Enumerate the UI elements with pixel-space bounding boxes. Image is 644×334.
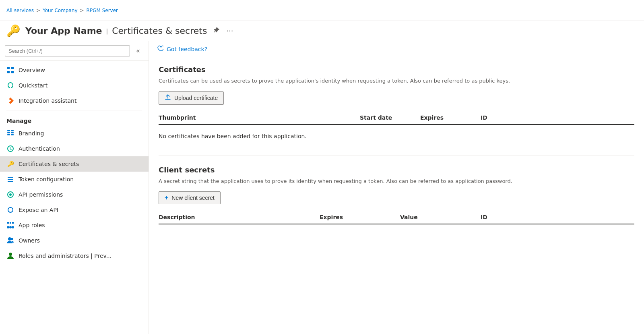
sidebar-item-app-roles[interactable]: App roles	[0, 218, 149, 233]
new-client-secret-button[interactable]: + New client secret	[159, 191, 221, 204]
svg-point-21	[11, 238, 13, 240]
sidebar-item-integration-label: Integration assistant	[19, 98, 76, 104]
svg-point-22	[9, 253, 12, 256]
svg-rect-9	[11, 134, 14, 135]
app-roles-icon	[6, 221, 14, 229]
manage-section-label: Manage	[0, 112, 149, 126]
sidebar-item-owners-label: Owners	[19, 237, 40, 244]
sidebar-item-branding[interactable]: Branding	[0, 126, 149, 141]
breadcrumb: All services > Your Company > RPGM Serve…	[6, 8, 118, 13]
sidebar-item-integration-assistant[interactable]: Integration assistant	[0, 93, 149, 108]
cert-col-expires: Expires	[420, 114, 481, 121]
svg-rect-6	[7, 134, 10, 135]
certificates-description: Certificates can be used as secrets to p…	[159, 77, 634, 85]
app-name: Your App Name	[25, 26, 102, 36]
breadcrumb-company[interactable]: Your Company	[43, 8, 78, 13]
expose-api-icon	[6, 206, 14, 214]
client-secrets-table: Description Expires Value ID	[159, 211, 634, 224]
content-area: Got feedback? Certificates Certificates …	[149, 41, 644, 334]
cert-col-start-date: Start date	[360, 114, 420, 121]
svg-rect-4	[7, 130, 10, 131]
sidebar-search-bar: «	[0, 41, 149, 61]
feedback-bar[interactable]: Got feedback?	[149, 41, 644, 57]
more-icon[interactable]: ···	[226, 27, 233, 35]
feedback-label[interactable]: Got feedback?	[167, 46, 207, 52]
svg-point-20	[8, 237, 11, 241]
breadcrumb-all-services[interactable]: All services	[6, 8, 34, 13]
svg-rect-8	[11, 132, 14, 133]
header-separator: |	[106, 28, 108, 34]
sidebar-divider-1	[6, 110, 142, 110]
sidebar-item-certificates-secrets[interactable]: 🔑 Certificates & secrets	[0, 156, 149, 172]
sidebar-item-certificates-label: Certificates & secrets	[19, 161, 79, 167]
page-header: 🔑 Your App Name | Certificates & secrets…	[0, 21, 644, 41]
certificates-empty-message: No certificates have been added for this…	[159, 127, 634, 146]
breadcrumb-sep2: >	[80, 8, 84, 13]
header-actions: ···	[213, 27, 233, 35]
client-secrets-title: Client secrets	[159, 166, 634, 174]
secrets-table-header: Description Expires Value ID	[159, 211, 634, 224]
pin-icon[interactable]	[213, 27, 220, 35]
app-icon: 🔑	[6, 24, 21, 37]
overview-icon	[6, 66, 14, 74]
api-permissions-icon	[6, 191, 14, 199]
certificates-table-header: Thumbprint Start date Expires ID	[159, 111, 634, 125]
svg-rect-2	[7, 71, 10, 73]
section-divider	[159, 156, 634, 156]
heart-icon	[157, 45, 163, 53]
roles-admins-icon	[6, 252, 14, 260]
svg-point-17	[7, 226, 9, 228]
secret-col-value: Value	[400, 214, 481, 220]
sidebar-item-app-roles-label: App roles	[19, 222, 45, 228]
svg-rect-11	[8, 179, 13, 180]
search-input[interactable]	[5, 46, 130, 56]
svg-rect-3	[11, 71, 14, 73]
sidebar-item-api-permissions[interactable]: API permissions	[0, 187, 149, 202]
sidebar-item-token-configuration[interactable]: Token configuration	[0, 172, 149, 187]
certificates-title: Certificates	[159, 65, 634, 74]
svg-rect-10	[8, 177, 13, 178]
quickstart-icon	[6, 81, 14, 89]
branding-icon	[6, 129, 14, 137]
secret-col-expires: Expires	[320, 214, 400, 220]
client-secrets-section: Client secrets A secret string that the …	[159, 166, 634, 225]
sidebar-item-authentication[interactable]: Authentication	[0, 141, 149, 156]
svg-point-19	[12, 226, 14, 228]
sidebar-item-roles-admins[interactable]: Roles and administrators | Prev...	[0, 248, 149, 263]
new-client-secret-label: New client secret	[171, 195, 215, 201]
upload-icon	[165, 94, 171, 102]
sidebar-item-overview-label: Overview	[19, 67, 45, 73]
cert-col-thumbprint: Thumbprint	[159, 114, 360, 121]
owners-icon	[6, 236, 14, 245]
certificates-table: Thumbprint Start date Expires ID No cert…	[159, 111, 634, 146]
secret-col-id: ID	[481, 214, 634, 220]
svg-rect-15	[10, 222, 11, 224]
svg-rect-5	[7, 132, 10, 133]
sidebar-item-quickstart[interactable]: Quickstart	[0, 78, 149, 93]
upload-certificate-label: Upload certificate	[174, 95, 218, 101]
sidebar-item-expose-label: Expose an API	[19, 207, 58, 213]
content-body: Certificates Certificates can be used as…	[149, 57, 644, 234]
plus-icon: +	[165, 194, 168, 201]
svg-rect-16	[12, 222, 14, 224]
page-title: Certificates & secrets	[112, 26, 207, 36]
certificates-secrets-icon: 🔑	[6, 160, 14, 168]
sidebar-item-owners[interactable]: Owners	[0, 233, 149, 248]
svg-rect-1	[11, 67, 14, 69]
breadcrumb-sep1: >	[36, 8, 40, 13]
sidebar-item-branding-label: Branding	[19, 130, 44, 137]
svg-rect-0	[7, 67, 10, 69]
sidebar-item-overview[interactable]: Overview	[0, 62, 149, 78]
breadcrumb-server[interactable]: RPGM Server	[87, 8, 118, 13]
client-secrets-description: A secret string that the application use…	[159, 177, 634, 185]
secret-col-description: Description	[159, 214, 320, 220]
upload-certificate-button[interactable]: Upload certificate	[159, 91, 224, 105]
sidebar-item-expose-api[interactable]: Expose an API	[0, 202, 149, 218]
sidebar-nav: Overview Quickstart Integration as	[0, 61, 149, 334]
top-bar: All services > Your Company > RPGM Serve…	[0, 0, 644, 21]
svg-rect-12	[8, 181, 13, 182]
svg-rect-14	[7, 222, 9, 224]
sidebar-collapse-button[interactable]: «	[132, 45, 144, 56]
sidebar-item-roles-label: Roles and administrators | Prev...	[19, 253, 111, 259]
main-layout: « Overview Quicks	[0, 41, 644, 334]
